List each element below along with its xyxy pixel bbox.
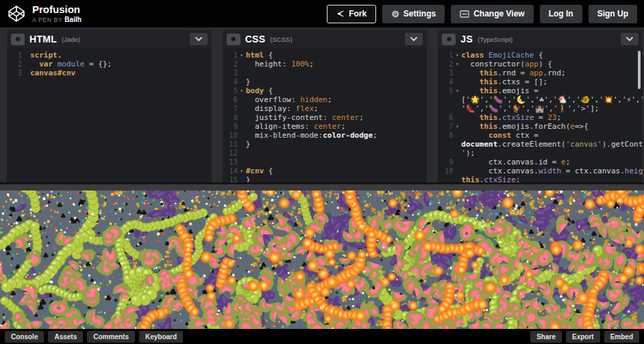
code-line: ['🌟','🍆','🌜','☘','🐔','🐠','💥','⚡','🍉','🥭'…	[439, 95, 643, 104]
code-line: 13	[224, 158, 428, 167]
header-actions: Fork ⚙ Settings Change View Log In Sign …	[327, 5, 637, 23]
editor-settings-icon[interactable]: ✹	[442, 34, 456, 45]
header: Profusion A PEN BYBailh Fork ⚙ Settings …	[0, 0, 644, 27]
editor-header-css: ✹ CSS (SCSS)	[223, 30, 428, 48]
preview-pane	[0, 191, 644, 329]
settings-button[interactable]: ⚙ Settings	[382, 5, 445, 23]
author-link[interactable]: Bailh	[64, 16, 81, 23]
code-line: 1script.	[8, 51, 212, 60]
code-line: 11}	[224, 140, 428, 149]
fork-button[interactable]: Fork	[327, 5, 376, 23]
code-line: 10 ctx.canvas.width = ctx.canvas.height …	[439, 167, 643, 175]
footer-right-group: ShareExportEmbed	[530, 331, 639, 343]
fork-icon	[336, 10, 345, 18]
byline: A PEN BYBailh	[32, 16, 82, 23]
byline-prefix: A PEN BY	[32, 16, 62, 23]
code-line: 15}	[224, 175, 428, 182]
editor-settings-icon[interactable]: ✹	[227, 34, 240, 45]
code-line: 2▾ constructor(app) {	[439, 60, 643, 69]
editors-row: ✹ HTML (Jade) 1script.2 var module = {};…	[0, 27, 644, 182]
code-line: 2 var module = {};	[8, 60, 212, 69]
editors-preview-divider[interactable]	[0, 182, 644, 191]
code-area-js[interactable]: 1▾class EmojiCache {2▾ constructor(app) …	[438, 48, 643, 182]
footer-button-embed[interactable]: Embed	[604, 331, 639, 343]
editor-title: HTML	[29, 34, 57, 45]
editor-panel-html: ✹ HTML (Jade) 1script.2 var module = {};…	[7, 30, 212, 182]
pen-title: Profusion	[32, 4, 82, 15]
code-line: 8 const ctx =	[439, 131, 643, 140]
editor-header-html: ✹ HTML (Jade)	[7, 30, 212, 48]
code-line: 7 display: flex;	[224, 104, 428, 113]
code-line: 6 overflow: hidden;	[224, 95, 428, 104]
code-line: '👠','🍆','🐓','🏰','🚶','>'];	[439, 104, 643, 113]
sign-up-button[interactable]: Sign Up	[589, 5, 637, 23]
footer-button-console[interactable]: Console	[5, 331, 44, 343]
code-line: 9 ctx.canvas.id = e;	[439, 158, 643, 167]
title-block: Profusion A PEN BYBailh	[32, 4, 82, 23]
code-area-css[interactable]: 1▾html {2 height: 100%;34}5▾body {6 over…	[223, 48, 428, 182]
editor-panel-css: ✹ CSS (SCSS) 1▾html {2 height: 100%;34}5…	[223, 30, 428, 182]
code-line: 8 justify-content: center;	[224, 113, 428, 122]
editor-scrollbar[interactable]	[638, 51, 641, 89]
screen-icon	[460, 10, 469, 18]
code-line: 1▾html {	[224, 51, 428, 60]
code-line: 4}	[224, 77, 428, 86]
footer-button-assets[interactable]: Assets	[48, 331, 83, 343]
code-line: 3	[224, 69, 428, 77]
code-line: 4 this.ctxs = [];	[439, 77, 643, 86]
code-line: 12	[224, 149, 428, 158]
footer-button-keyboard[interactable]: Keyboard	[139, 331, 183, 343]
code-line: 1▾class EmojiCache {	[439, 51, 643, 60]
editor-syntax-label: (Jade)	[62, 36, 80, 43]
editor-settings-icon[interactable]: ✹	[11, 34, 25, 45]
codepen-logo-icon[interactable]	[7, 4, 26, 23]
code-line: 9 align-items: center;	[224, 122, 428, 131]
editor-syntax-label: (SCSS)	[270, 36, 292, 43]
chevron-down-icon[interactable]	[190, 33, 208, 45]
code-line: 3canvas#cnv	[8, 69, 212, 77]
code-line: 10 mix-blend-mode:color-dodge;	[224, 131, 428, 140]
change-view-button[interactable]: Change View	[451, 5, 533, 23]
code-line: 7▾ this.emojis.forEach(e=>{	[439, 122, 643, 131]
editor-header-js: ✹ JS (TypeScript)	[438, 30, 643, 48]
code-line: 5▾ this.emojis =	[439, 86, 643, 95]
code-line: 14▾#cnv {	[224, 167, 428, 175]
code-line: document.createElement('canvas').getCont…	[439, 140, 643, 149]
editor-syntax-label: (TypeScript)	[478, 36, 512, 43]
chevron-down-icon[interactable]	[621, 33, 639, 45]
code-line: 5▾body {	[224, 86, 428, 95]
code-area-html[interactable]: 1script.2 var module = {};3canvas#cnv	[7, 48, 212, 182]
code-line: ');	[439, 149, 643, 158]
editor-panel-js: ✹ JS (TypeScript) 1▾class EmojiCache {2▾…	[438, 30, 643, 182]
code-line: this.ctxSize;	[439, 175, 643, 182]
footer-left-group: ConsoleAssetsCommentsKeyboard	[5, 331, 183, 343]
editor-title: JS	[460, 34, 473, 45]
chevron-down-icon[interactable]	[405, 33, 423, 45]
log-in-button[interactable]: Log In	[540, 5, 582, 23]
footer-button-export[interactable]: Export	[566, 331, 600, 343]
code-line: 6 this.ctxSize = 23;	[439, 113, 643, 122]
footer: ConsoleAssetsCommentsKeyboard ShareExpor…	[0, 329, 644, 344]
footer-button-comments[interactable]: Comments	[87, 331, 135, 343]
code-line: 2 height: 100%;	[224, 60, 428, 69]
editor-title: CSS	[245, 34, 266, 45]
preview-canvas	[0, 191, 644, 329]
code-line: 3 this.rnd = app.rnd;	[439, 69, 643, 77]
footer-button-share[interactable]: Share	[530, 331, 562, 343]
gear-icon: ⚙	[391, 10, 399, 19]
